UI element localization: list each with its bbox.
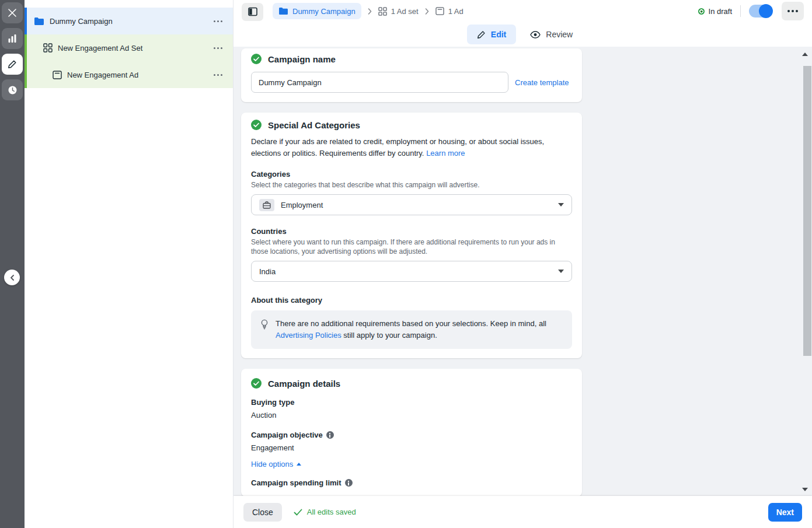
- reporting-nav-button[interactable]: [2, 28, 23, 49]
- categories-value: Employment: [281, 201, 323, 209]
- scroll-down-arrow-icon[interactable]: [802, 488, 808, 491]
- countries-label: Countries: [251, 227, 572, 236]
- check-circle-icon: [251, 378, 262, 389]
- scroll-up-arrow-icon[interactable]: [802, 53, 808, 56]
- campaign-name-card: Campaign name Create template: [241, 48, 582, 102]
- learn-more-link[interactable]: Learn more: [426, 149, 465, 158]
- caret-down-icon: [558, 203, 564, 207]
- bar-chart-icon: [8, 34, 17, 43]
- draft-status: In draft: [698, 7, 732, 16]
- draft-status-icon: [698, 8, 705, 15]
- check-circle-icon: [251, 120, 262, 130]
- breadcrumb-campaign[interactable]: Dummy Campaign: [273, 3, 361, 19]
- save-status-label: All edits saved: [307, 508, 356, 516]
- about-category-label: About this category: [251, 296, 572, 305]
- card-title: Special Ad Categories: [268, 120, 360, 130]
- main-area: Dummy Campaign 1 Ad set: [234, 0, 812, 528]
- mode-tabs: Edit Review: [234, 22, 812, 47]
- panel-toggle-button[interactable]: [242, 3, 263, 21]
- chevron-right-icon: [425, 8, 429, 15]
- tree-item-campaign[interactable]: Dummy Campaign: [25, 8, 233, 34]
- hide-options-link[interactable]: Hide options: [251, 460, 301, 468]
- tree-item-label: Dummy Campaign: [50, 17, 113, 26]
- edit-pane: Campaign name Create template Special Ad…: [234, 47, 812, 496]
- chevron-left-icon: [10, 275, 15, 281]
- campaign-objective-label: Campaign objective: [251, 431, 572, 439]
- chevron-right-icon: [368, 8, 372, 15]
- footer-bar: Close All edits saved Next: [234, 496, 812, 528]
- pencil-icon: [8, 60, 17, 69]
- campaign-active-toggle[interactable]: [749, 5, 772, 18]
- pencil-icon: [477, 30, 486, 39]
- history-nav-button[interactable]: [2, 79, 23, 100]
- scrollbar-thumb[interactable]: [803, 66, 811, 356]
- left-icon-rail: [0, 0, 25, 528]
- tab-review[interactable]: Review: [524, 25, 578, 44]
- create-template-link[interactable]: Create template: [515, 78, 569, 87]
- campaign-details-card: Campaign details Buying type Auction Cam…: [241, 369, 582, 496]
- advertising-policies-link[interactable]: Advertising Policies: [276, 331, 341, 340]
- countries-dropdown[interactable]: India: [251, 261, 572, 282]
- folder-icon: [34, 17, 44, 26]
- more-icon[interactable]: [211, 45, 225, 51]
- breadcrumb-label: 1 Ad: [448, 7, 463, 16]
- tab-label: Review: [546, 30, 573, 39]
- ads-manager-app: Dummy Campaign New Engagement Ad Set New…: [0, 0, 812, 528]
- draft-status-label: In draft: [709, 7, 732, 16]
- content-scrollbar[interactable]: [799, 47, 812, 496]
- lightbulb-icon: [260, 319, 269, 341]
- tab-edit[interactable]: Edit: [467, 25, 516, 44]
- categories-dropdown[interactable]: Employment: [251, 194, 572, 215]
- ad-frame-icon: [53, 71, 62, 79]
- campaign-objective-value: Engagement: [251, 443, 572, 452]
- save-status: All edits saved: [294, 508, 356, 516]
- check-circle-icon: [251, 54, 262, 64]
- tab-label: Edit: [491, 30, 506, 39]
- top-bar: Dummy Campaign 1 Ad set: [234, 0, 812, 47]
- buying-type-label: Buying type: [251, 398, 572, 407]
- tree-item-label: New Engagement Ad: [67, 71, 138, 79]
- category-info-box: There are no additional requirements bas…: [251, 310, 572, 349]
- countries-value: India: [259, 267, 276, 276]
- header-more-button[interactable]: [782, 2, 804, 20]
- divider: [740, 5, 741, 17]
- section-description: Declare if your ads are related to credi…: [251, 136, 571, 159]
- campaign-tree-panel: Dummy Campaign New Engagement Ad Set New…: [25, 0, 234, 528]
- close-icon: [8, 8, 17, 18]
- breadcrumb-ad[interactable]: 1 Ad: [435, 7, 463, 16]
- briefcase-icon: [259, 199, 274, 211]
- info-text: There are no additional requirements bas…: [276, 318, 563, 341]
- tree-item-ad[interactable]: New Engagement Ad: [25, 61, 233, 88]
- next-button[interactable]: Next: [768, 503, 802, 522]
- clock-icon: [8, 85, 18, 95]
- close-panel-button[interactable]: [2, 2, 23, 23]
- countries-hint: Select where you want to run this campai…: [251, 237, 571, 256]
- panel-toggle-icon: [248, 7, 257, 16]
- info-icon[interactable]: [345, 479, 353, 487]
- breadcrumb-label: 1 Ad set: [391, 7, 419, 16]
- card-title: Campaign details: [268, 379, 340, 389]
- categories-label: Categories: [251, 170, 572, 179]
- campaign-name-input[interactable]: [251, 72, 508, 93]
- categories-hint: Select the categories that best describe…: [251, 180, 571, 190]
- close-button[interactable]: Close: [243, 503, 282, 522]
- adset-grid-icon: [378, 7, 387, 16]
- card-title: Campaign name: [268, 54, 336, 64]
- caret-up-icon: [297, 463, 301, 466]
- collapse-tree-button[interactable]: [4, 270, 20, 285]
- spending-limit-label: Campaign spending limit: [251, 478, 572, 487]
- breadcrumb-row: Dummy Campaign 1 Ad set: [234, 0, 812, 22]
- breadcrumb-label: Dummy Campaign: [292, 7, 356, 16]
- check-icon: [294, 509, 302, 516]
- info-icon[interactable]: [326, 431, 334, 439]
- edit-nav-button[interactable]: [2, 54, 23, 75]
- more-icon[interactable]: [211, 72, 225, 78]
- tree-adset-group: New Engagement Ad Set New Engagement Ad: [25, 34, 233, 88]
- breadcrumb-adset[interactable]: 1 Ad set: [378, 7, 419, 16]
- buying-type-value: Auction: [251, 411, 572, 419]
- special-ad-categories-card: Special Ad Categories Declare if your ad…: [241, 113, 582, 358]
- adset-grid-icon: [43, 43, 53, 53]
- tree-item-adset[interactable]: New Engagement Ad Set: [25, 34, 233, 61]
- tree-item-label: New Engagement Ad Set: [58, 44, 142, 53]
- more-icon[interactable]: [211, 18, 225, 25]
